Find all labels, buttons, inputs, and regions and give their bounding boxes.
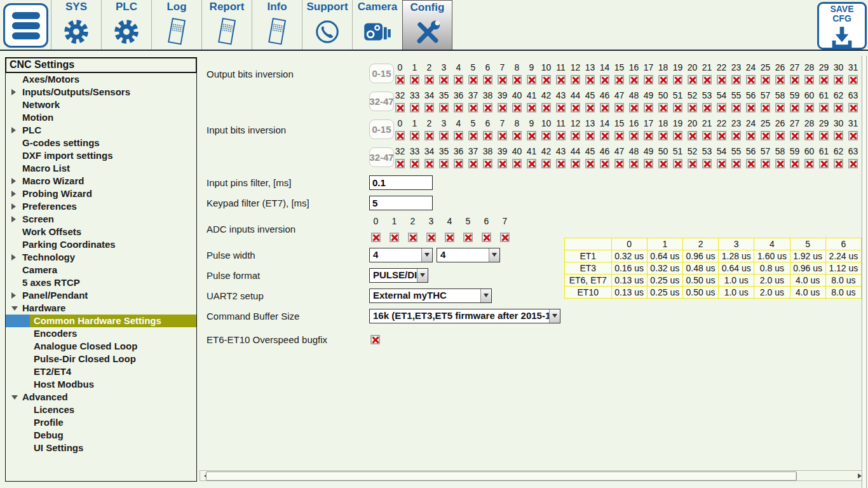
output-bit-checkbox-49[interactable]	[644, 103, 653, 112]
input-bit-checkbox-63[interactable]	[848, 159, 858, 168]
input-bit-checkbox-47[interactable]	[614, 159, 624, 168]
sidebar-item-preferences[interactable]: Preferences	[6, 200, 196, 213]
input-bit-checkbox-23[interactable]	[731, 131, 741, 140]
sidebar-item-probing-wizard[interactable]: Probing Wizard	[6, 187, 196, 200]
input-bit-checkbox-44[interactable]	[571, 159, 580, 168]
range-button-32-47[interactable]: 32-47	[369, 147, 394, 167]
input-bit-checkbox-27[interactable]	[790, 131, 799, 140]
output-bit-checkbox-24[interactable]	[746, 75, 756, 85]
input-bit-checkbox-5[interactable]	[468, 131, 478, 140]
hamburger-menu-button[interactable]	[3, 3, 48, 48]
input-bit-checkbox-12[interactable]	[571, 131, 580, 140]
output-bit-checkbox-13[interactable]	[585, 75, 595, 85]
sidebar-item-work-offsets[interactable]: Work Offsets	[6, 226, 196, 238]
sidebar-item-encoders[interactable]: Encoders	[6, 327, 196, 340]
output-bit-checkbox-7[interactable]	[498, 75, 507, 85]
input-bit-checkbox-24[interactable]	[746, 131, 756, 140]
output-bit-checkbox-34[interactable]	[424, 103, 434, 112]
output-bit-checkbox-32[interactable]	[395, 103, 405, 112]
adc-checkbox-5[interactable]	[463, 233, 473, 242]
input-bit-checkbox-56[interactable]	[746, 159, 756, 168]
sidebar-item-hardware[interactable]: Hardware	[6, 302, 196, 315]
input-bit-checkbox-50[interactable]	[658, 159, 668, 168]
input-bit-checkbox-53[interactable]	[702, 159, 712, 168]
output-bit-checkbox-55[interactable]	[731, 103, 741, 112]
input-bit-checkbox-16[interactable]	[629, 131, 639, 140]
input-bit-checkbox-10[interactable]	[541, 131, 551, 140]
output-bit-checkbox-18[interactable]	[658, 75, 668, 85]
horizontal-scrollbar-thumb[interactable]	[206, 471, 797, 481]
output-bit-checkbox-60[interactable]	[804, 103, 814, 112]
sidebar-item-panel-pendant[interactable]: Panel/Pendant	[6, 289, 196, 302]
input-bit-checkbox-15[interactable]	[614, 131, 624, 140]
vertical-scrollbar-track[interactable]	[862, 56, 867, 488]
sidebar-item-host-modbus[interactable]: Host Modbus	[6, 378, 196, 391]
output-bit-checkbox-17[interactable]	[644, 75, 653, 85]
sidebar-item-motion[interactable]: Motion	[6, 111, 196, 124]
input-bit-checkbox-2[interactable]	[424, 131, 434, 140]
input-pins-filter-field[interactable]	[369, 175, 433, 190]
sidebar-item-macro-list[interactable]: Macro List	[6, 162, 196, 175]
output-bit-checkbox-48[interactable]	[629, 103, 639, 112]
sidebar-item-et2-et4[interactable]: ET2/ET4	[6, 365, 196, 378]
input-bit-checkbox-55[interactable]	[731, 159, 741, 168]
chevron-down-icon[interactable]	[11, 395, 18, 400]
output-bit-checkbox-58[interactable]	[775, 103, 785, 112]
command-buffer-size-dropdown[interactable]: 16k (ET1,ET3,ET5 firmware after 2015-11	[369, 309, 560, 323]
input-bit-checkbox-19[interactable]	[673, 131, 682, 140]
input-bit-checkbox-60[interactable]	[804, 159, 814, 168]
adc-checkbox-4[interactable]	[445, 233, 454, 242]
input-bit-checkbox-3[interactable]	[439, 131, 449, 140]
output-bit-checkbox-10[interactable]	[541, 75, 551, 85]
output-bit-checkbox-40[interactable]	[512, 103, 522, 112]
input-bit-checkbox-40[interactable]	[512, 159, 522, 168]
output-bit-checkbox-31[interactable]	[848, 75, 858, 85]
sidebar-item-g-codes-settings[interactable]: G-codes settings	[6, 137, 196, 149]
output-bit-checkbox-38[interactable]	[483, 103, 492, 112]
sidebar-item-camera[interactable]: Camera	[6, 264, 196, 276]
sidebar-item-advanced[interactable]: Advanced	[6, 391, 196, 403]
input-bit-checkbox-11[interactable]	[556, 131, 566, 140]
keypad-filter-field[interactable]	[369, 196, 433, 210]
output-bit-checkbox-62[interactable]	[834, 103, 843, 112]
input-bit-checkbox-0[interactable]	[395, 131, 405, 140]
output-bit-checkbox-8[interactable]	[512, 75, 522, 85]
input-bit-checkbox-39[interactable]	[498, 159, 507, 168]
tab-plc[interactable]: PLC	[101, 0, 151, 50]
sidebar-item-licences[interactable]: Licences	[6, 403, 196, 416]
output-bit-checkbox-11[interactable]	[556, 75, 566, 85]
sidebar-item-screen[interactable]: Screen	[6, 213, 196, 226]
output-bit-checkbox-19[interactable]	[673, 75, 682, 85]
sidebar-item-debug[interactable]: Debug	[6, 429, 196, 442]
output-bit-checkbox-35[interactable]	[439, 103, 449, 112]
sidebar-item-dxf-import-settings[interactable]: DXF import settings	[6, 149, 196, 162]
input-bit-checkbox-62[interactable]	[834, 159, 843, 168]
input-bit-checkbox-61[interactable]	[819, 159, 829, 168]
input-bit-checkbox-52[interactable]	[688, 159, 697, 168]
output-bit-checkbox-15[interactable]	[614, 75, 624, 85]
output-bit-checkbox-54[interactable]	[717, 103, 726, 112]
range-button-32-47[interactable]: 32-47	[369, 92, 394, 111]
output-bit-checkbox-52[interactable]	[688, 103, 697, 112]
sidebar-item-axes-motors[interactable]: Axes/Motors	[6, 73, 196, 86]
sidebar-item-technology[interactable]: Technology	[6, 251, 196, 264]
output-bit-checkbox-27[interactable]	[790, 75, 799, 85]
input-bit-checkbox-41[interactable]	[527, 159, 536, 168]
input-bit-checkbox-25[interactable]	[761, 131, 770, 140]
save-cfg-button[interactable]: SAVE CFG	[817, 2, 867, 50]
output-bit-checkbox-53[interactable]	[702, 103, 712, 112]
range-button-0-15[interactable]: 0-15	[369, 119, 394, 139]
input-bit-checkbox-28[interactable]	[804, 131, 814, 140]
output-bit-checkbox-33[interactable]	[410, 103, 419, 112]
output-bit-checkbox-57[interactable]	[761, 103, 770, 112]
input-bit-checkbox-51[interactable]	[673, 159, 682, 168]
sidebar-item-analogue-closed-loop[interactable]: Analogue Closed Loop	[6, 340, 196, 353]
tab-info[interactable]: Info	[252, 0, 302, 50]
output-bit-checkbox-43[interactable]	[556, 103, 566, 112]
output-bit-checkbox-41[interactable]	[527, 103, 536, 112]
output-bit-checkbox-1[interactable]	[410, 75, 419, 85]
pulse-width-dropdown-b[interactable]: 4	[437, 248, 500, 262]
chevron-right-icon[interactable]	[11, 254, 16, 261]
input-bit-checkbox-30[interactable]	[834, 131, 843, 140]
output-bit-checkbox-22[interactable]	[717, 75, 726, 85]
